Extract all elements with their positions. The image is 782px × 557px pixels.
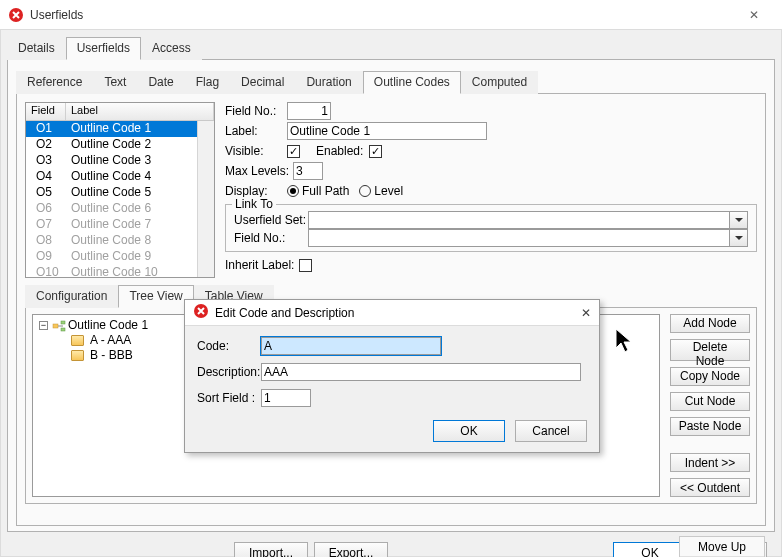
list-row[interactable]: O4Outline Code 4 [26, 169, 214, 185]
col-field[interactable]: Field [26, 103, 66, 120]
list-row[interactable]: O10Outline Code 10 [26, 265, 214, 277]
list-label-cell: Outline Code 8 [66, 233, 214, 249]
inherit-checkbox[interactable] [299, 259, 312, 272]
dialog-title: Edit Code and Description [215, 306, 581, 320]
tree-root-label[interactable]: Outline Code 1 [68, 318, 148, 333]
enabled-checkbox[interactable] [369, 145, 382, 158]
fieldno-input[interactable] [287, 102, 331, 120]
list-field-cell: O6 [26, 201, 66, 217]
list-row[interactable]: O3Outline Code 3 [26, 153, 214, 169]
list-label-cell: Outline Code 1 [66, 121, 214, 137]
sort-input[interactable] [261, 389, 311, 407]
chevron-down-icon[interactable] [730, 229, 748, 247]
main-tabrow: Details Userfields Access [7, 36, 775, 60]
tab-details[interactable]: Details [7, 37, 66, 60]
tab-access[interactable]: Access [141, 37, 202, 60]
list-label-cell: Outline Code 2 [66, 137, 214, 153]
list-row[interactable]: O7Outline Code 7 [26, 217, 214, 233]
tree-node-b[interactable]: B - BBB [90, 348, 133, 363]
field-form: Field No.: Label: Visible: Enabled: [225, 102, 757, 278]
list-label-cell: Outline Code 10 [66, 265, 214, 277]
label-input[interactable] [287, 122, 487, 140]
folder-icon [71, 350, 84, 361]
ok-button[interactable]: OK [613, 542, 687, 557]
list-row[interactable]: O1Outline Code 1 [26, 121, 214, 137]
tab-text[interactable]: Text [93, 71, 137, 94]
tab-reference[interactable]: Reference [16, 71, 93, 94]
svg-rect-1 [53, 324, 58, 328]
list-field-cell: O8 [26, 233, 66, 249]
list-field-cell: O2 [26, 137, 66, 153]
window-title: Userfields [30, 8, 734, 22]
visible-label: Visible: [225, 144, 287, 158]
copy-node-button[interactable]: Copy Node [670, 367, 750, 386]
move-up-button[interactable]: Move Up [680, 537, 764, 557]
maxlevels-label: Max Levels: [225, 164, 293, 178]
export-button[interactable]: Export... [314, 542, 388, 557]
add-node-button[interactable]: Add Node [670, 314, 750, 333]
type-tabrow: Reference Text Date Flag Decimal Duratio… [16, 70, 766, 94]
list-row[interactable]: O2Outline Code 2 [26, 137, 214, 153]
tab-outline-codes[interactable]: Outline Codes [363, 71, 461, 94]
list-label-cell: Outline Code 6 [66, 201, 214, 217]
list-row[interactable]: O6Outline Code 6 [26, 201, 214, 217]
list-label-cell: Outline Code 3 [66, 153, 214, 169]
list-label-cell: Outline Code 5 [66, 185, 214, 201]
list-row[interactable]: O5Outline Code 5 [26, 185, 214, 201]
edit-code-dialog: Edit Code and Description ✕ Code: Descri… [184, 299, 600, 453]
close-icon[interactable]: ✕ [734, 0, 774, 30]
field-list[interactable]: Field Label O1Outline Code 1O2Outline Co… [25, 102, 215, 278]
list-field-cell: O7 [26, 217, 66, 233]
fieldno2-label: Field No.: [234, 231, 308, 245]
close-icon[interactable]: ✕ [581, 306, 591, 320]
display-label: Display: [225, 184, 287, 198]
svg-rect-4 [61, 328, 65, 331]
tab-flag[interactable]: Flag [185, 71, 230, 94]
list-label-cell: Outline Code 9 [66, 249, 214, 265]
linkto-legend: Link To [232, 197, 276, 211]
titlebar: Userfields ✕ [0, 0, 782, 30]
list-field-cell: O3 [26, 153, 66, 169]
list-field-cell: O9 [26, 249, 66, 265]
outdent-button[interactable]: << Outdent [670, 478, 750, 497]
chevron-down-icon[interactable] [730, 211, 748, 229]
desc-label: Description: [197, 365, 261, 379]
display-level-radio[interactable] [359, 185, 371, 197]
userfieldset-combo[interactable] [308, 211, 748, 229]
tab-date[interactable]: Date [137, 71, 184, 94]
expand-icon[interactable]: − [39, 321, 48, 330]
indent-button[interactable]: Indent >> [670, 453, 750, 472]
tab-configuration[interactable]: Configuration [25, 285, 118, 308]
move-buttons-popup: Move Up Move Down [679, 536, 765, 557]
tree-node-a[interactable]: A - AAA [90, 333, 131, 348]
tab-duration[interactable]: Duration [295, 71, 362, 94]
col-label[interactable]: Label [66, 103, 214, 120]
list-row[interactable]: O9Outline Code 9 [26, 249, 214, 265]
visible-checkbox[interactable] [287, 145, 300, 158]
code-input[interactable] [261, 337, 441, 355]
fieldno2-combo[interactable] [308, 229, 748, 247]
tab-computed[interactable]: Computed [461, 71, 538, 94]
delete-node-button[interactable]: Delete Node [670, 339, 750, 361]
list-label-cell: Outline Code 7 [66, 217, 214, 233]
cut-node-button[interactable]: Cut Node [670, 392, 750, 411]
tab-treeview[interactable]: Tree View [118, 285, 193, 308]
app-icon [8, 7, 24, 23]
fullpath-label: Full Path [302, 184, 349, 198]
list-field-cell: O10 [26, 265, 66, 277]
bottom-bar: Import... Export... OK Cancel [7, 542, 775, 557]
description-input[interactable] [261, 363, 581, 381]
enabled-label: Enabled: [316, 144, 363, 158]
dialog-ok-button[interactable]: OK [433, 420, 505, 442]
list-label-cell: Outline Code 4 [66, 169, 214, 185]
tab-userfields[interactable]: Userfields [66, 37, 141, 60]
svg-rect-3 [61, 321, 65, 324]
list-row[interactable]: O8Outline Code 8 [26, 233, 214, 249]
list-field-cell: O5 [26, 185, 66, 201]
import-button[interactable]: Import... [234, 542, 308, 557]
tab-decimal[interactable]: Decimal [230, 71, 295, 94]
paste-node-button[interactable]: Paste Node [670, 417, 750, 436]
dialog-cancel-button[interactable]: Cancel [515, 420, 587, 442]
maxlevels-input[interactable] [293, 162, 323, 180]
display-fullpath-radio[interactable] [287, 185, 299, 197]
